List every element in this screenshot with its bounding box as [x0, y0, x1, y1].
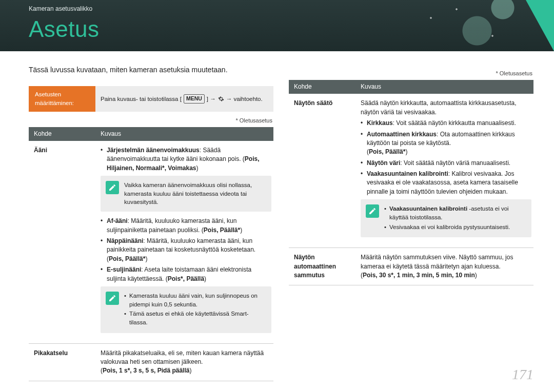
note3b: Vesivaakaa ei voi kalibroida pystysuunta…	[384, 223, 526, 232]
row-aani-name: Ääni	[29, 141, 95, 343]
row-nayton-saato-name: Näytön säätö	[289, 94, 355, 247]
left-column: Tässä luvussa kuvataan, miten kameran as…	[29, 65, 273, 381]
pika-desc: Määritä pikakatseluaika, eli se, miten k…	[101, 349, 264, 365]
af-label: Af-ääni	[107, 217, 128, 224]
intro-text: Tässä luvussa kuvataan, miten kameran as…	[29, 65, 273, 75]
help-text-c: → vaihtoehto.	[226, 95, 263, 104]
banner-decoration	[400, 0, 533, 51]
note3a-b: Vaakasuuntainen kalibrointi	[389, 205, 467, 212]
th-kuvaus: Kuvaus	[95, 127, 273, 141]
btn-label: Näppäinääni	[107, 237, 143, 244]
note2b: Tämä asetus ei ehkä ole käytettävissä Sm…	[124, 310, 266, 326]
sys-vol-label: Järjestelmän äänenvoimakkuus	[107, 147, 200, 154]
note2a: Kamerasta kuuluu ääni vain, kun suljinno…	[124, 292, 266, 308]
pen-icon	[106, 181, 119, 194]
bright-desc: : Voit säätää näytön kirkkautta manuaali…	[393, 119, 516, 127]
default-note-right: * Oletusasetus	[289, 70, 532, 78]
bright-label: Kirkkaus	[367, 119, 393, 127]
color-label: Näytön väri	[367, 159, 400, 167]
ns-intro: Säädä näytön kirkkautta, automaattista k…	[361, 99, 531, 117]
th-kohde-r: Kohde	[289, 80, 355, 94]
help-text-b: ] →	[207, 95, 216, 104]
right-column: * Oletusasetus Kohde Kuvaus Näytön säätö…	[289, 65, 533, 381]
pen-icon	[106, 292, 119, 305]
auto-label: Automaattinen kirkkaus	[367, 131, 437, 138]
auto-opts: Pois, Päällä*	[369, 148, 405, 155]
note1-text: Vaikka kameran äänenvoimakkuus olisi nol…	[124, 181, 266, 207]
row-pikakatselu-desc: Määritä pikakatseluaika, eli se, miten k…	[95, 343, 273, 381]
settings-help-row: Asetusten määrittäminen: Paina kuvaus- t…	[29, 86, 273, 111]
help-instruction: Paina kuvaus- tai toistotilassa [ MENU ]…	[95, 86, 273, 111]
header-banner: Kameran asetusvalikko Asetus	[0, 0, 554, 51]
row-aani-desc: Järjestelmän äänenvoimakkuus: Säädä ääne…	[95, 141, 273, 343]
pen-icon	[366, 204, 379, 218]
row-auto-off-name: Näytön automaattinen sammutus	[289, 248, 355, 285]
menu-button-icon: MENU	[184, 94, 205, 103]
row-pikakatselu-name: Pikakatselu	[29, 343, 95, 381]
settings-table-right: Kohde Kuvaus Näytön säätö Säädä näytön k…	[289, 80, 533, 285]
th-kohde: Kohde	[29, 127, 95, 141]
page-number: 171	[512, 366, 533, 383]
th-kuvaus-r: Kuvaus	[355, 80, 533, 94]
autooff-opts: Pois, 30 s*, 1 min, 3 min, 5 min, 10 min	[363, 272, 475, 279]
note-box-2: Kamerasta kuuluu ääni vain, kun suljinno…	[101, 286, 271, 333]
note-box-1: Vaikka kameran äänenvoimakkuus olisi nol…	[101, 176, 271, 212]
autooff-desc: Määritä näytön sammutuksen viive. Näyttö…	[361, 254, 513, 270]
esh-opts: Pois*, Päällä	[168, 275, 204, 282]
help-label: Asetusten määrittäminen:	[29, 86, 95, 111]
default-note-left: * Oletusasetus	[29, 117, 272, 125]
pika-opts: Pois, 1 s*, 3 s, 5 s, Pidä päällä	[103, 367, 189, 374]
btn-opts: Pois, Päällä*	[109, 255, 145, 262]
color-desc: : Voit säätää näytön väriä manuaalisesti…	[400, 159, 510, 167]
row-nayton-saato-desc: Säädä näytön kirkkautta, automaattista k…	[355, 94, 533, 247]
settings-table-left: Kohde Kuvaus Ääni Järjestelmän äänenvoim…	[29, 127, 273, 381]
af-opts: Pois, Päällä*	[204, 226, 240, 234]
gear-icon	[218, 96, 224, 102]
help-text-a: Paina kuvaus- tai toistotilassa [	[101, 95, 182, 104]
calib-label: Vaakasuuntainen kalibrointi	[367, 170, 448, 177]
row-auto-off-desc: Määritä näytön sammutuksen viive. Näyttö…	[355, 248, 533, 285]
banner-corner	[526, 0, 554, 51]
note-box-3: Vaakasuuntainen kalibrointi -asetusta ei…	[361, 199, 531, 237]
esh-label: E-suljinääni	[107, 266, 141, 273]
